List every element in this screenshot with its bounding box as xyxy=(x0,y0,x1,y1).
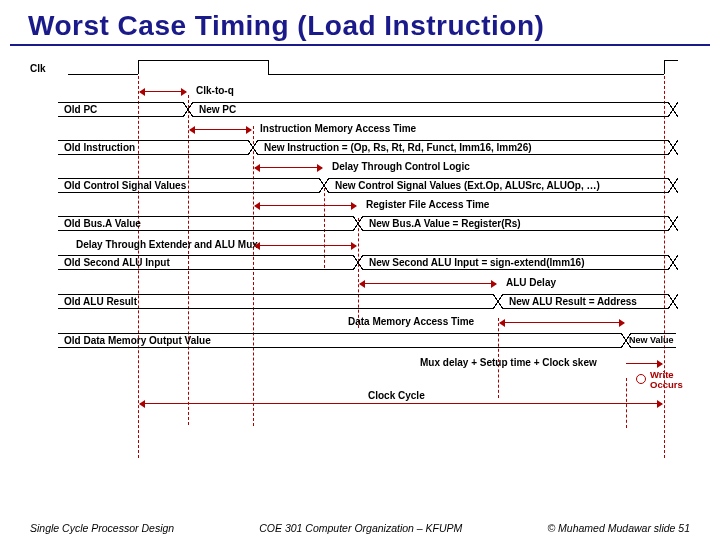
row-alu-result: Old ALU Result New ALU Result = Address xyxy=(28,294,692,316)
bus-ctrl-new: New Control Signal Values (Ext.Op, ALUSr… xyxy=(329,178,668,193)
bus-instr-old: Old Instruction xyxy=(58,140,248,155)
bus-busa-new: New Bus.A Value = Register(Rs) xyxy=(363,216,668,231)
row-clk: Clk xyxy=(28,60,692,82)
ctrl-new-label: New Control Signal Values (Ext.Op, ALUSr… xyxy=(335,180,600,191)
x-alu xyxy=(493,294,503,309)
bus-alu2-old: Old Second ALU Input xyxy=(58,255,353,270)
arrow-imem xyxy=(190,129,251,130)
dm-old-label: Old Data Memory Output Value xyxy=(64,335,211,346)
x-busa xyxy=(353,216,363,231)
pc-new-label: New PC xyxy=(199,104,236,115)
busa-new-label: New Bus.A Value = Register(Rs) xyxy=(369,218,521,229)
bus-pc-old: Old PC xyxy=(58,102,183,117)
row-busa: Old Bus.A Value New Bus.A Value = Regist… xyxy=(28,216,692,238)
dm-new-label: New Value xyxy=(629,335,674,345)
slide-title: Worst Case Timing (Load Instruction) xyxy=(10,0,710,46)
bus-dm-new: New Value xyxy=(631,333,676,348)
arrow-ext-mux xyxy=(255,245,356,246)
alu2-old-label: Old Second ALU Input xyxy=(64,257,170,268)
ctrl-old-label: Old Control Signal Values xyxy=(64,180,186,191)
bus-pc-new: New PC xyxy=(193,102,668,117)
x-instr xyxy=(248,140,258,155)
bus-alu-new: New ALU Result = Address xyxy=(503,294,668,309)
busa-old-label: Old Bus.A Value xyxy=(64,218,141,229)
timing-diagram: Clk Clk-to-q Old PC New PC Instruction M… xyxy=(28,58,692,478)
row-instr: Old Instruction New Instruction = (Op, R… xyxy=(28,140,692,162)
bus-busa-old: Old Bus.A Value xyxy=(58,216,353,231)
slide-footer: Single Cycle Processor Design COE 301 Co… xyxy=(0,522,720,534)
label-clk-to-q: Clk-to-q xyxy=(196,85,234,96)
write-occurs-marker xyxy=(636,374,646,384)
label-ext-mux: Delay Through Extender and ALU Mux xyxy=(76,239,258,250)
label-regfile: Register File Access Time xyxy=(366,199,489,210)
bus-alu2-new: New Second ALU Input = sign-extend(Imm16… xyxy=(363,255,668,270)
label-clock-cycle: Clock Cycle xyxy=(368,390,425,401)
arrow-mux-setup xyxy=(626,363,662,364)
arrow-alu xyxy=(360,283,496,284)
footer-center: COE 301 Computer Organization – KFUPM xyxy=(259,522,462,534)
row-pc: Old PC New PC xyxy=(28,102,692,124)
label-ctrl-delay: Delay Through Control Logic xyxy=(332,161,470,172)
label-imem: Instruction Memory Access Time xyxy=(260,123,416,134)
arrow-ctrl xyxy=(255,167,322,168)
row-alu2: Old Second ALU Input New Second ALU Inpu… xyxy=(28,255,692,277)
arrow-regfile xyxy=(255,205,356,206)
pc-old-label: Old PC xyxy=(64,104,97,115)
label-mux-setup: Mux delay + Setup time + Clock skew xyxy=(420,357,597,368)
bus-alu-old: Old ALU Result xyxy=(58,294,493,309)
alu-new-label: New ALU Result = Address xyxy=(509,296,637,307)
x-alu2 xyxy=(353,255,363,270)
x-ctrl xyxy=(319,178,329,193)
alu-old-label: Old ALU Result xyxy=(64,296,137,307)
label-alu-delay: ALU Delay xyxy=(506,277,556,288)
arrow-clock-cycle xyxy=(140,403,662,404)
bus-dm-old: Old Data Memory Output Value xyxy=(58,333,621,348)
footer-left: Single Cycle Processor Design xyxy=(30,522,174,534)
label-dmem: Data Memory Access Time xyxy=(348,316,474,327)
alu2-new-label: New Second ALU Input = sign-extend(Imm16… xyxy=(369,257,585,268)
clk-wave xyxy=(68,74,138,75)
bus-ctrl-old: Old Control Signal Values xyxy=(58,178,319,193)
bus-instr-new: New Instruction = (Op, Rs, Rt, Rd, Funct… xyxy=(258,140,668,155)
footer-right: © Muhamed Mudawar slide 51 xyxy=(547,522,690,534)
row-ctrl: Old Control Signal Values New Control Si… xyxy=(28,178,692,200)
arrow-clk-to-q xyxy=(140,91,186,92)
x-pc xyxy=(183,102,193,117)
row-dmem: Old Data Memory Output Value New Value xyxy=(28,333,692,355)
arrow-dmem xyxy=(500,322,624,323)
clk-label: Clk xyxy=(30,63,46,74)
write-occurs-label: WriteOccurs xyxy=(650,370,683,389)
instr-old-label: Old Instruction xyxy=(64,142,135,153)
instr-new-label: New Instruction = (Op, Rs, Rt, Rd, Funct… xyxy=(264,142,532,153)
